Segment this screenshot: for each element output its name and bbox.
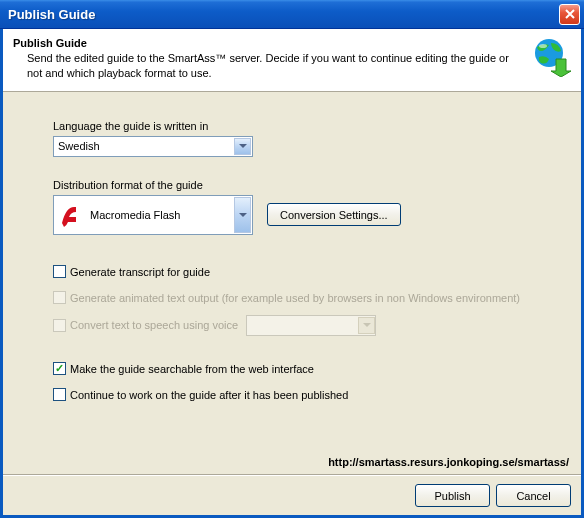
chevron-down-icon (234, 138, 251, 155)
format-value: Macromedia Flash (90, 209, 234, 221)
cancel-button[interactable]: Cancel (496, 484, 571, 507)
chevron-down-icon (234, 197, 251, 233)
chevron-down-icon (358, 317, 375, 334)
voice-select (246, 315, 376, 336)
footer: Publish Cancel (3, 476, 581, 515)
titlebar: Publish Guide (0, 0, 584, 29)
header-description: Send the edited guide to the SmartAss™ s… (13, 51, 523, 81)
language-select[interactable]: Swedish (53, 136, 253, 157)
tts-checkbox (53, 319, 66, 332)
format-label: Distribution format of the guide (53, 179, 531, 191)
searchable-label: Make the guide searchable from the web i… (70, 363, 314, 375)
transcript-label: Generate transcript for guide (70, 266, 210, 278)
server-url: http://smartass.resurs.jonkoping.se/smar… (3, 450, 581, 474)
format-select[interactable]: Macromedia Flash (53, 195, 253, 235)
content-area: Language the guide is written in Swedish… (3, 92, 581, 450)
animated-text-checkbox (53, 291, 66, 304)
tts-label: Convert text to speech using voice (70, 319, 238, 331)
animated-text-label: Generate animated text output (for examp… (70, 292, 520, 304)
language-label: Language the guide is written in (53, 120, 531, 132)
conversion-settings-button[interactable]: Conversion Settings... (267, 203, 401, 226)
window-body: Publish Guide Send the edited guide to t… (0, 29, 584, 518)
transcript-checkbox[interactable] (53, 265, 66, 278)
continue-editing-checkbox[interactable] (53, 388, 66, 401)
continue-editing-label: Continue to work on the guide after it h… (70, 389, 348, 401)
publish-button[interactable]: Publish (415, 484, 490, 507)
close-button[interactable] (559, 4, 580, 25)
window-title: Publish Guide (8, 7, 559, 22)
language-value: Swedish (58, 140, 234, 152)
header-panel: Publish Guide Send the edited guide to t… (3, 29, 581, 92)
header-title: Publish Guide (13, 37, 523, 49)
searchable-checkbox[interactable] (53, 362, 66, 375)
svg-point-1 (539, 44, 547, 48)
publish-globe-icon (531, 37, 571, 77)
flash-icon (56, 201, 84, 229)
